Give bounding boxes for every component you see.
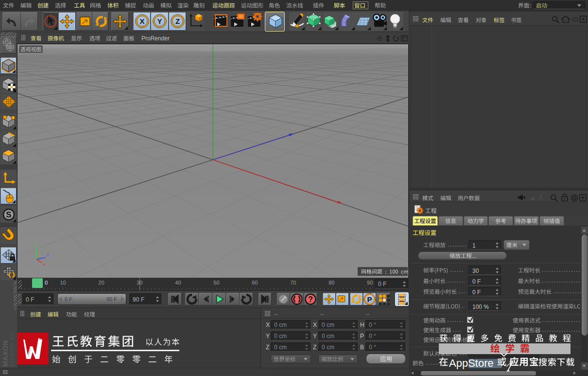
svg-text:P: P: [367, 295, 372, 304]
svg-text:Y: Y: [35, 243, 37, 248]
svg-text:?: ?: [308, 295, 313, 304]
svg-text:Z: Z: [47, 252, 50, 257]
svg-text:X: X: [42, 263, 45, 266]
svg-text:X: X: [139, 17, 144, 25]
svg-text:Y: Y: [157, 17, 162, 25]
svg-text:S: S: [6, 210, 11, 219]
svg-text:Z: Z: [175, 17, 180, 25]
